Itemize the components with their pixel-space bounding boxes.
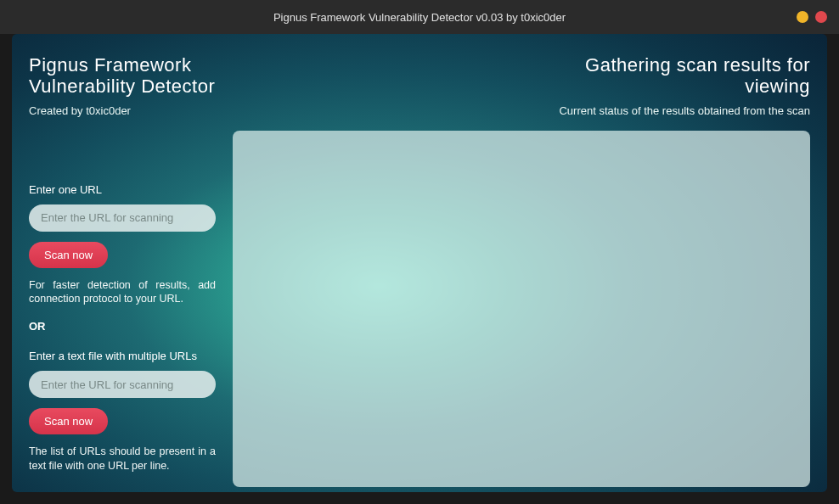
status-title: Gathering scan results for viewing (538, 54, 810, 98)
scan-multi-button[interactable]: Scan now (29, 408, 108, 434)
results-panel (233, 131, 810, 488)
multi-url-label: Enter a text file with multiple URLs (29, 350, 216, 362)
single-url-help: For faster detection of results, add con… (29, 278, 216, 307)
header: Pignus Framework Vulnerability Detector … (12, 34, 827, 131)
single-url-input[interactable] (29, 204, 216, 232)
multi-url-help: The list of URLs should be present in a … (29, 445, 216, 473)
minimize-icon[interactable] (797, 11, 808, 23)
app-author: Created by t0xic0der (29, 104, 250, 117)
header-right: Gathering scan results for viewing Curre… (538, 54, 810, 117)
content: Enter one URL Scan now For faster detect… (12, 131, 827, 492)
window-title: Pignus Framework Vulnerability Detector … (273, 11, 566, 24)
close-icon[interactable] (815, 11, 827, 23)
single-url-label: Enter one URL (29, 183, 216, 196)
window-titlebar: Pignus Framework Vulnerability Detector … (0, 0, 839, 34)
scan-single-button[interactable]: Scan now (29, 242, 108, 268)
window-controls (797, 11, 827, 23)
header-left: Pignus Framework Vulnerability Detector … (29, 54, 250, 117)
status-subtitle: Current status of the results obtained f… (538, 104, 810, 117)
app-window: Pignus Framework Vulnerability Detector … (12, 34, 827, 492)
multi-url-input[interactable] (29, 371, 216, 398)
app-title: Pignus Framework Vulnerability Detector (29, 54, 250, 98)
sidebar: Enter one URL Scan now For faster detect… (29, 131, 216, 488)
or-divider: OR (29, 320, 216, 333)
